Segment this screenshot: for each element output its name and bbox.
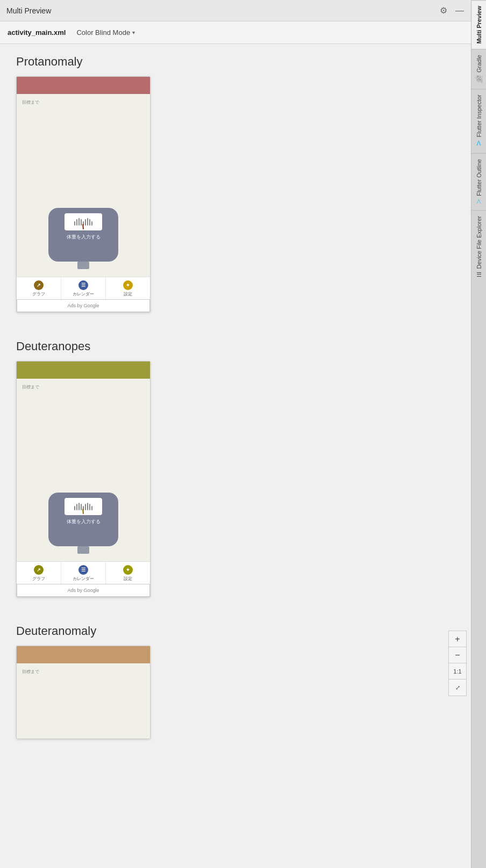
- nav-icon-calendar-d: ☰: [78, 565, 88, 575]
- scale-button-text-protanomaly: 体重を入力する: [67, 234, 101, 241]
- sidebar-tab-gradle[interactable]: 🐘 Gradle: [471, 49, 486, 89]
- phone-frame-protanomaly: 目標まで: [16, 76, 151, 313]
- sidebar-tab-label-multi-preview: Multi Preview: [476, 6, 482, 44]
- nav-item-calendar-protanomaly[interactable]: ☰ カレンダー: [61, 277, 106, 299]
- gauge-line: [76, 504, 77, 510]
- gauge-line: [87, 218, 88, 226]
- gauge-line: [85, 504, 86, 510]
- ads-banner-protanomaly: Ads by Google: [17, 299, 150, 312]
- nav-label-graph: グラフ: [32, 291, 45, 297]
- minimize-icon[interactable]: —: [455, 6, 464, 16]
- app-header-deuteranopes: [17, 361, 150, 379]
- scale-display-deuteranopes: [65, 498, 102, 515]
- ads-banner-deuteranopes: Ads by Google: [17, 584, 150, 597]
- title-bar: Multi Preview ⚙ —: [0, 0, 471, 21]
- gauge-line: [89, 504, 90, 510]
- sidebar-tab-flutter-outline[interactable]: V Flutter Outline: [471, 153, 486, 210]
- nav-icon-calendar: ☰: [78, 280, 88, 290]
- right-sidebar: Multi Preview 🐘 Gradle V Flutter Inspect…: [471, 0, 486, 868]
- preview-title-deuteranomaly: Deuteranomaly: [16, 624, 455, 638]
- bottom-nav-protanomaly: ↗ グラフ ☰ カレンダー ✦ 設定: [17, 277, 150, 299]
- toolbar: activity_main.xml Color Blind Mode ▾: [0, 21, 471, 44]
- preview-section-deuteranomaly: Deuteranomaly 目標まで: [16, 624, 455, 739]
- app-header-protanomaly: [17, 77, 150, 94]
- sidebar-tab-label-flutter-inspector: Flutter Inspector: [476, 95, 482, 137]
- nav-icon-settings-d: ✦: [123, 565, 133, 575]
- gauge-line: [81, 219, 82, 226]
- nav-label-settings-d: 設定: [124, 576, 132, 582]
- nav-item-calendar-deuteranopes[interactable]: ☰ カレンダー: [61, 562, 106, 584]
- gauge-line: [91, 506, 92, 510]
- bottom-nav-deuteranopes: ↗ グラフ ☰ カレンダー ✦ 設定: [17, 561, 150, 584]
- nav-icon-graph: ↗: [34, 280, 44, 290]
- zoom-out-button[interactable]: −: [449, 647, 466, 663]
- flutter-inspector-icon: V: [476, 140, 481, 148]
- sidebar-tab-device-file-explorer[interactable]: ☰ Device File Explorer: [471, 210, 486, 283]
- gauge-line: [78, 218, 80, 226]
- nav-icon-graph-d: ↗: [34, 565, 44, 575]
- app-label-deuteranopes: 目標まで: [22, 384, 145, 390]
- scale-body-protanomaly: 体重を入力する: [48, 208, 118, 262]
- gauge-line: [91, 221, 92, 226]
- nav-icon-settings: ✦: [123, 280, 133, 290]
- app-content-protanomaly: 目標まで: [17, 94, 150, 277]
- sidebar-tab-multi-preview[interactable]: Multi Preview: [471, 0, 486, 49]
- app-label-deuteranomaly: 目標まで: [22, 669, 145, 675]
- window-title: Multi Preview: [6, 6, 51, 15]
- preview-title-protanomaly: Protanomaly: [16, 55, 455, 69]
- gauge-line: [78, 503, 80, 510]
- nav-item-graph-deuteranopes[interactable]: ↗ グラフ: [17, 562, 61, 584]
- sidebar-tab-flutter-inspector[interactable]: V Flutter Inspector: [471, 89, 486, 153]
- gauge-line: [74, 506, 75, 510]
- nav-item-settings-deuteranopes[interactable]: ✦ 設定: [106, 562, 150, 584]
- filename-label: activity_main.xml: [8, 28, 66, 37]
- scale-section-deuteranopes: 体重を入力する: [22, 493, 145, 554]
- gauge-line: [74, 221, 75, 226]
- scale-section-protanomaly: 体重を入力する: [22, 208, 145, 269]
- scale-pedestal-protanomaly: [77, 262, 89, 269]
- gauge-line: [76, 219, 77, 226]
- zoom-controls: + − 1:1 ⤢: [448, 631, 467, 696]
- gauge-line: [81, 504, 82, 510]
- gauge-line: [85, 219, 86, 226]
- zoom-in-button[interactable]: +: [449, 631, 466, 647]
- sidebar-tab-label-device-file-explorer: Device File Explorer: [476, 216, 482, 269]
- scale-display-protanomaly: [65, 213, 102, 230]
- phone-frame-deuteranomaly: 目標まで: [16, 646, 151, 739]
- app-content-deuteranopes: 目標まで: [17, 379, 150, 561]
- settings-icon[interactable]: ⚙: [439, 6, 448, 16]
- device-file-explorer-icon: ☰: [476, 271, 482, 278]
- zoom-fit-button[interactable]: ⤢: [449, 679, 466, 696]
- gauge-line: [87, 503, 88, 510]
- nav-item-settings-protanomaly[interactable]: ✦ 設定: [106, 277, 150, 299]
- app-label-protanomaly: 目標まで: [22, 99, 145, 105]
- gauge-line: [89, 219, 90, 226]
- sidebar-tab-label-flutter-outline: Flutter Outline: [476, 159, 482, 196]
- preview-title-deuteranopes: Deuteranopes: [16, 339, 455, 353]
- scale-button-text-deuteranopes: 体重を入力する: [67, 518, 101, 525]
- app-header-deuteranomaly: [17, 646, 150, 663]
- scale-pedestal-deuteranopes: [77, 546, 89, 554]
- nav-label-graph-d: グラフ: [32, 576, 45, 582]
- zoom-ratio-button[interactable]: 1:1: [449, 663, 466, 679]
- sidebar-tab-label-gradle: Gradle: [476, 55, 482, 73]
- chevron-down-icon: ▾: [132, 30, 135, 35]
- preview-section-deuteranopes: Deuteranopes 目標まで: [16, 339, 455, 597]
- dropdown-label: Color Blind Mode: [76, 28, 130, 37]
- nav-label-calendar-d: カレンダー: [73, 576, 94, 582]
- phone-frame-deuteranopes: 目標まで: [16, 361, 151, 597]
- color-blind-mode-dropdown[interactable]: Color Blind Mode ▾: [73, 27, 138, 38]
- nav-label-calendar: カレンダー: [73, 291, 94, 297]
- nav-item-graph-protanomaly[interactable]: ↗ グラフ: [17, 277, 61, 299]
- scale-body-deuteranopes: 体重を入力する: [48, 493, 118, 546]
- preview-scroll-area[interactable]: Protanomaly 目標まで: [0, 44, 471, 868]
- preview-section-protanomaly: Protanomaly 目標まで: [16, 55, 455, 313]
- nav-label-settings: 設定: [124, 291, 132, 297]
- app-content-deuteranomaly: 目標まで: [17, 663, 150, 739]
- flutter-outline-icon: V: [477, 198, 481, 205]
- gradle-icon: 🐘: [474, 75, 483, 83]
